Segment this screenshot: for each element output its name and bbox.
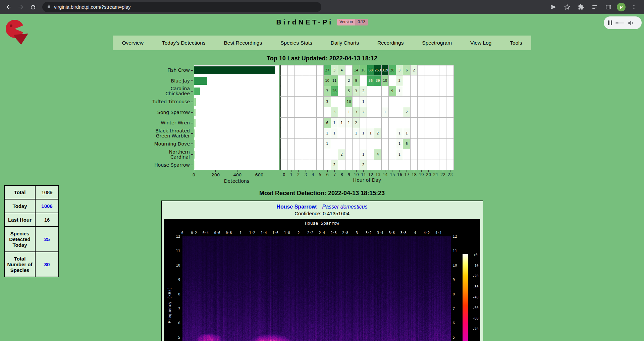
- x-tick-mark: [306, 170, 306, 172]
- heatmap-cell: 4: [338, 65, 345, 75]
- nav-recordings[interactable]: Recordings: [375, 40, 406, 46]
- heatmap-cell: [432, 75, 439, 86]
- heatmap-cell: [396, 118, 404, 128]
- chart-species-label: Fish Crow: [147, 65, 193, 75]
- heatmap-cell: [418, 107, 425, 118]
- heatmap-cell: [432, 107, 439, 118]
- heatmap-cell: 1: [396, 139, 404, 149]
- main-nav: Overview Today's Detections Best Recordi…: [113, 36, 531, 50]
- nav-todays-detections[interactable]: Today's Detections: [160, 40, 208, 46]
- heatmap-cell: [411, 86, 418, 97]
- heatmap-cell: [309, 139, 317, 149]
- y-tick-mark: [191, 133, 193, 134]
- heatmap-cell: [446, 139, 454, 149]
- heatmap-cell: [324, 149, 331, 160]
- reading-list-icon[interactable]: [589, 2, 600, 12]
- forward-icon[interactable]: [15, 2, 26, 12]
- heatmap-cell: [338, 107, 345, 118]
- spectro-x-tick: 2·8: [340, 231, 350, 235]
- spectro-x-tick: 4·4: [434, 231, 443, 235]
- heatmap-cell: [418, 75, 425, 86]
- heatmap-cell: [425, 86, 432, 97]
- url-bar[interactable]: virginia.birdnetpi.com/?stream=play: [42, 2, 321, 12]
- heatmap-cell: [280, 107, 288, 118]
- heatmap-cell: 4: [374, 149, 382, 160]
- pause-icon[interactable]: [608, 20, 612, 25]
- heatmap-cell: 6: [403, 139, 411, 149]
- stat-value-today-link[interactable]: 1006: [35, 199, 59, 213]
- heatmap-cell: [382, 97, 389, 107]
- reload-icon[interactable]: [28, 2, 38, 12]
- nav-best-recordings[interactable]: Best Recordings: [222, 40, 264, 46]
- heatmap-cell: 3: [331, 65, 338, 75]
- heatmap-cell: [418, 86, 425, 97]
- heatmap-cell: [439, 149, 447, 160]
- chart-species-label: Black-throated Green Warbler: [147, 128, 193, 138]
- extensions-puzzle-icon[interactable]: [576, 2, 586, 12]
- heatmap-cell: [411, 149, 418, 160]
- species-common-name-link[interactable]: House Sparrow:: [276, 204, 318, 210]
- stat-value-total-species-link[interactable]: 30: [35, 252, 59, 277]
- detection-bar: [194, 109, 196, 116]
- send-icon[interactable]: [548, 2, 559, 12]
- heatmap-cell: [280, 75, 288, 86]
- x-tick-mark: [392, 170, 392, 172]
- heatmap-cell: 1: [367, 128, 375, 138]
- heatmap-cell: [396, 107, 404, 118]
- bar-x-tick-label: 400: [231, 172, 244, 177]
- heatmap-cell: [374, 160, 382, 170]
- detection-bar: [194, 140, 195, 148]
- heatmap-cell: [374, 97, 382, 107]
- spectro-db-tick: +0: [470, 253, 480, 257]
- nav-daily-charts[interactable]: Daily Charts: [329, 40, 361, 46]
- stat-label-last-hour: Last Hour: [4, 213, 35, 227]
- heatmap-cell: 36: [367, 75, 375, 86]
- heatmap-cell: [446, 86, 454, 97]
- heatmap-cell: 3: [324, 97, 331, 107]
- stat-label-total: Total: [4, 185, 35, 199]
- spectro-x-tick: 3·6: [387, 231, 396, 235]
- nav-species-stats[interactable]: Species Stats: [278, 40, 314, 46]
- seek-slider[interactable]: [615, 22, 624, 23]
- heatmap-cell: 10: [345, 97, 353, 107]
- version-label: Version: [337, 19, 355, 25]
- heatmap-axis-label: Hour of Day: [280, 177, 454, 183]
- bookmark-star-icon[interactable]: [562, 2, 573, 12]
- heatmap-cell: 6: [403, 65, 411, 75]
- heatmap-cell: [439, 128, 447, 138]
- chart-species-label: Song Sparrow: [147, 107, 193, 118]
- chart-species-label: Winter Wren: [147, 118, 193, 128]
- heatmap-cell: [367, 160, 375, 170]
- audio-player[interactable]: [604, 16, 642, 29]
- heatmap-cell: [418, 65, 425, 75]
- heatmap-cell: [411, 139, 418, 149]
- heatmap-cell: [403, 149, 411, 160]
- heatmap-cell: 16: [360, 65, 367, 75]
- heatmap-cell: [374, 118, 382, 128]
- heatmap-cell: [353, 139, 360, 149]
- x-tick-mark: [436, 170, 436, 172]
- nav-spectrogram[interactable]: Spectrogram: [420, 40, 454, 46]
- side-panel-icon[interactable]: [603, 2, 614, 12]
- heatmap-cell: 1: [324, 139, 331, 149]
- back-icon[interactable]: [3, 2, 14, 12]
- heatmap-cell: [288, 65, 295, 75]
- heatmap-cell: [403, 86, 411, 97]
- x-tick-mark: [450, 170, 450, 172]
- volume-icon[interactable]: [628, 20, 634, 26]
- stat-value-species-today-link[interactable]: 25: [35, 227, 59, 252]
- species-scientific-name-link[interactable]: Passer domesticus: [322, 204, 367, 210]
- nav-overview[interactable]: Overview: [120, 40, 146, 46]
- heatmap-cell: [317, 97, 324, 107]
- nav-tools[interactable]: Tools: [508, 40, 524, 46]
- heatmap-cell: [280, 86, 288, 97]
- heatmap-cell: [403, 160, 411, 170]
- nav-view-log[interactable]: View Log: [468, 40, 493, 46]
- menu-kebab-icon[interactable]: [629, 2, 639, 12]
- spectro-x-tick: 3·4: [375, 231, 385, 235]
- profile-avatar[interactable]: P: [617, 3, 626, 11]
- detection-bar: [194, 77, 207, 84]
- heatmap-x-tick-label: 12: [367, 172, 375, 177]
- bar-x-tick-label: 600: [253, 172, 266, 177]
- y-tick-mark: [191, 154, 193, 155]
